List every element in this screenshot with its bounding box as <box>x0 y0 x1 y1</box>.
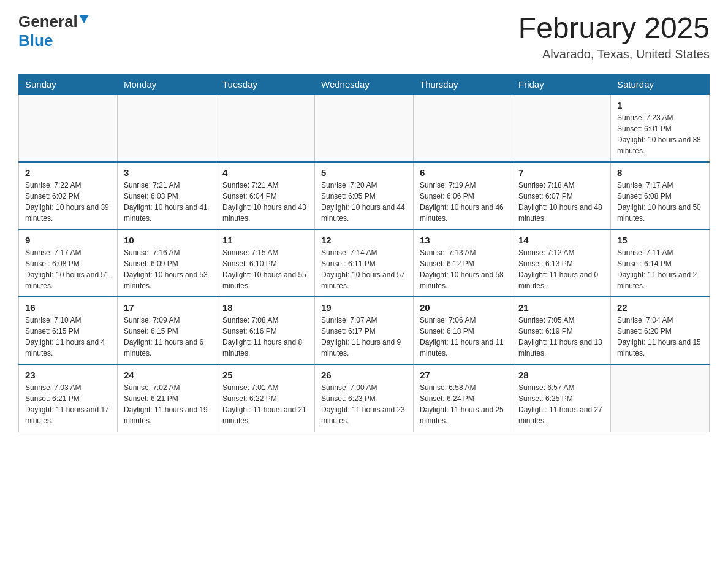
calendar-day-cell <box>19 94 118 162</box>
calendar-day-cell: 15Sunrise: 7:11 AMSunset: 6:14 PMDayligh… <box>611 229 710 297</box>
day-number: 11 <box>222 235 308 245</box>
day-info: Sunrise: 7:14 AMSunset: 6:11 PMDaylight:… <box>321 247 407 291</box>
calendar-day-cell: 10Sunrise: 7:16 AMSunset: 6:09 PMDayligh… <box>118 229 216 297</box>
day-info: Sunrise: 7:11 AMSunset: 6:14 PMDaylight:… <box>617 247 703 291</box>
day-info: Sunrise: 7:15 AMSunset: 6:10 PMDaylight:… <box>222 247 308 291</box>
weekday-header-tuesday: Tuesday <box>216 74 315 94</box>
calendar-week-row: 16Sunrise: 7:10 AMSunset: 6:15 PMDayligh… <box>19 297 710 364</box>
day-info: Sunrise: 6:58 AMSunset: 6:24 PMDaylight:… <box>420 382 506 426</box>
calendar-day-cell: 5Sunrise: 7:20 AMSunset: 6:05 PMDaylight… <box>315 162 414 229</box>
day-number: 6 <box>420 167 506 178</box>
day-info: Sunrise: 7:17 AMSunset: 6:08 PMDaylight:… <box>25 247 111 291</box>
calendar-day-cell: 3Sunrise: 7:21 AMSunset: 6:03 PMDaylight… <box>118 162 216 229</box>
logo-blue-text: Blue <box>18 31 53 50</box>
day-number: 7 <box>518 167 604 178</box>
calendar-day-cell: 1Sunrise: 7:23 AMSunset: 6:01 PMDaylight… <box>611 94 710 162</box>
calendar-day-cell: 28Sunrise: 6:57 AMSunset: 6:25 PMDayligh… <box>512 364 611 432</box>
day-number: 26 <box>321 370 407 380</box>
day-number: 3 <box>124 167 210 178</box>
day-info: Sunrise: 7:16 AMSunset: 6:09 PMDaylight:… <box>124 247 210 291</box>
day-number: 19 <box>321 302 407 313</box>
day-number: 21 <box>518 302 604 313</box>
day-number: 13 <box>420 235 506 245</box>
calendar-day-cell: 20Sunrise: 7:06 AMSunset: 6:18 PMDayligh… <box>414 297 512 364</box>
day-number: 18 <box>222 302 308 313</box>
calendar-day-cell: 26Sunrise: 7:00 AMSunset: 6:23 PMDayligh… <box>315 364 414 432</box>
day-info: Sunrise: 7:02 AMSunset: 6:21 PMDaylight:… <box>124 382 210 426</box>
calendar-week-row: 1Sunrise: 7:23 AMSunset: 6:01 PMDaylight… <box>19 94 710 162</box>
calendar-day-cell <box>118 94 216 162</box>
calendar-day-cell: 4Sunrise: 7:21 AMSunset: 6:04 PMDaylight… <box>216 162 315 229</box>
calendar-day-cell <box>414 94 512 162</box>
calendar-day-cell: 17Sunrise: 7:09 AMSunset: 6:15 PMDayligh… <box>118 297 216 364</box>
day-number: 17 <box>124 302 210 313</box>
day-info: Sunrise: 7:06 AMSunset: 6:18 PMDaylight:… <box>420 315 506 359</box>
day-info: Sunrise: 7:21 AMSunset: 6:03 PMDaylight:… <box>124 180 210 224</box>
logo-general-text: General <box>18 12 78 31</box>
calendar-day-cell: 2Sunrise: 7:22 AMSunset: 6:02 PMDaylight… <box>19 162 118 229</box>
day-info: Sunrise: 7:20 AMSunset: 6:05 PMDaylight:… <box>321 180 407 224</box>
weekday-header-saturday: Saturday <box>611 74 710 94</box>
day-info: Sunrise: 7:19 AMSunset: 6:06 PMDaylight:… <box>420 180 506 224</box>
day-number: 10 <box>124 235 210 245</box>
weekday-header-thursday: Thursday <box>414 74 512 94</box>
page-header: General Blue February 2025 Alvarado, Tex… <box>18 12 710 61</box>
day-number: 5 <box>321 167 407 178</box>
calendar-day-cell: 9Sunrise: 7:17 AMSunset: 6:08 PMDaylight… <box>19 229 118 297</box>
day-info: Sunrise: 7:17 AMSunset: 6:08 PMDaylight:… <box>617 180 703 224</box>
day-info: Sunrise: 7:04 AMSunset: 6:20 PMDaylight:… <box>617 315 703 359</box>
day-number: 22 <box>617 302 703 313</box>
day-info: Sunrise: 7:21 AMSunset: 6:04 PMDaylight:… <box>222 180 308 224</box>
calendar-day-cell: 27Sunrise: 6:58 AMSunset: 6:24 PMDayligh… <box>414 364 512 432</box>
weekday-header-wednesday: Wednesday <box>315 74 414 94</box>
calendar-day-cell <box>216 94 315 162</box>
calendar-day-cell: 14Sunrise: 7:12 AMSunset: 6:13 PMDayligh… <box>512 229 611 297</box>
calendar-day-cell <box>512 94 611 162</box>
calendar-day-cell: 16Sunrise: 7:10 AMSunset: 6:15 PMDayligh… <box>19 297 118 364</box>
day-number: 27 <box>420 370 506 380</box>
day-info: Sunrise: 7:08 AMSunset: 6:16 PMDaylight:… <box>222 315 308 359</box>
calendar-day-cell: 12Sunrise: 7:14 AMSunset: 6:11 PMDayligh… <box>315 229 414 297</box>
weekday-header-friday: Friday <box>512 74 611 94</box>
day-info: Sunrise: 7:18 AMSunset: 6:07 PMDaylight:… <box>518 180 604 224</box>
day-number: 8 <box>617 167 703 178</box>
weekday-header-monday: Monday <box>118 74 216 94</box>
calendar-day-cell: 6Sunrise: 7:19 AMSunset: 6:06 PMDaylight… <box>414 162 512 229</box>
weekday-header-sunday: Sunday <box>19 74 118 94</box>
day-info: Sunrise: 6:57 AMSunset: 6:25 PMDaylight:… <box>518 382 604 426</box>
day-info: Sunrise: 7:23 AMSunset: 6:01 PMDaylight:… <box>617 112 703 156</box>
day-info: Sunrise: 7:00 AMSunset: 6:23 PMDaylight:… <box>321 382 407 426</box>
day-info: Sunrise: 7:10 AMSunset: 6:15 PMDaylight:… <box>25 315 111 359</box>
day-number: 16 <box>25 302 111 313</box>
calendar-day-cell: 23Sunrise: 7:03 AMSunset: 6:21 PMDayligh… <box>19 364 118 432</box>
calendar-day-cell: 11Sunrise: 7:15 AMSunset: 6:10 PMDayligh… <box>216 229 315 297</box>
day-info: Sunrise: 7:09 AMSunset: 6:15 PMDaylight:… <box>124 315 210 359</box>
day-number: 15 <box>617 235 703 245</box>
day-info: Sunrise: 7:03 AMSunset: 6:21 PMDaylight:… <box>25 382 111 426</box>
calendar-header-row: SundayMondayTuesdayWednesdayThursdayFrid… <box>19 74 710 94</box>
calendar-week-row: 23Sunrise: 7:03 AMSunset: 6:21 PMDayligh… <box>19 364 710 432</box>
day-info: Sunrise: 7:07 AMSunset: 6:17 PMDaylight:… <box>321 315 407 359</box>
calendar-day-cell: 7Sunrise: 7:18 AMSunset: 6:07 PMDaylight… <box>512 162 611 229</box>
calendar-day-cell: 19Sunrise: 7:07 AMSunset: 6:17 PMDayligh… <box>315 297 414 364</box>
calendar-week-row: 2Sunrise: 7:22 AMSunset: 6:02 PMDaylight… <box>19 162 710 229</box>
calendar-day-cell <box>315 94 414 162</box>
day-number: 2 <box>25 167 111 178</box>
day-number: 25 <box>222 370 308 380</box>
calendar-day-cell <box>611 364 710 432</box>
day-info: Sunrise: 7:12 AMSunset: 6:13 PMDaylight:… <box>518 247 604 291</box>
day-info: Sunrise: 7:13 AMSunset: 6:12 PMDaylight:… <box>420 247 506 291</box>
location-subtitle: Alvarado, Texas, United States <box>518 47 710 61</box>
day-info: Sunrise: 7:22 AMSunset: 6:02 PMDaylight:… <box>25 180 111 224</box>
day-number: 1 <box>617 100 703 110</box>
day-number: 28 <box>518 370 604 380</box>
day-info: Sunrise: 7:01 AMSunset: 6:22 PMDaylight:… <box>222 382 308 426</box>
calendar-day-cell: 18Sunrise: 7:08 AMSunset: 6:16 PMDayligh… <box>216 297 315 364</box>
day-number: 20 <box>420 302 506 313</box>
logo: General Blue <box>18 12 89 50</box>
calendar-day-cell: 13Sunrise: 7:13 AMSunset: 6:12 PMDayligh… <box>414 229 512 297</box>
calendar-week-row: 9Sunrise: 7:17 AMSunset: 6:08 PMDaylight… <box>19 229 710 297</box>
calendar-day-cell: 24Sunrise: 7:02 AMSunset: 6:21 PMDayligh… <box>118 364 216 432</box>
day-number: 9 <box>25 235 111 245</box>
month-title: February 2025 <box>518 12 710 45</box>
